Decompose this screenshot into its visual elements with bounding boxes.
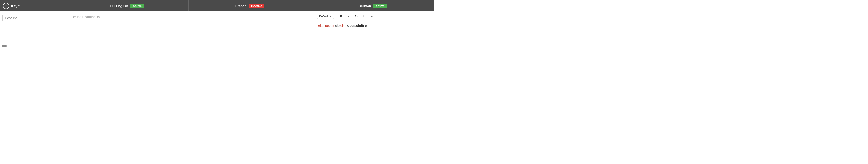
header-cell-key: + Key * bbox=[0, 0, 66, 11]
key-input[interactable] bbox=[2, 15, 45, 22]
drag-line-1 bbox=[2, 45, 6, 45]
header-row: + Key * UK English Active French Inactiv… bbox=[0, 0, 434, 11]
drag-line-2 bbox=[2, 46, 6, 47]
german-header-label: German bbox=[358, 4, 371, 8]
content-cell-german: Default ▼ B I X2 X2 ≡ ≣ Bitte geben Sie … bbox=[315, 11, 434, 82]
toolbar-divider-1 bbox=[336, 14, 336, 18]
subscript-button[interactable]: X2 bbox=[361, 13, 367, 19]
german-status-badge: Active bbox=[373, 4, 387, 8]
german-editor-content[interactable]: Bitte geben Sie eine Überschrift ein bbox=[315, 21, 434, 82]
bold-button[interactable]: B bbox=[338, 13, 344, 19]
uk-placeholder-before: Enter the bbox=[68, 15, 82, 19]
uk-header-label: UK English bbox=[110, 4, 128, 8]
header-cell-german: German Active bbox=[311, 0, 434, 11]
uk-status-badge: Active bbox=[130, 4, 144, 8]
drag-line-3 bbox=[2, 48, 6, 48]
main-container: + Key * UK English Active French Inactiv… bbox=[0, 0, 434, 82]
uk-placeholder-keyword: Headline bbox=[82, 15, 95, 19]
german-text-link2: eine bbox=[340, 24, 346, 28]
ordered-list-button[interactable]: ≣ bbox=[376, 13, 382, 19]
key-header-label: Key * bbox=[11, 4, 20, 8]
unordered-list-button[interactable]: ≡ bbox=[368, 13, 375, 19]
superscript-button[interactable]: X2 bbox=[353, 13, 360, 19]
style-select[interactable]: Default ▼ bbox=[317, 14, 334, 19]
german-text-space1: Sie bbox=[334, 24, 340, 28]
header-cell-uk: UK English Active bbox=[66, 0, 188, 11]
style-select-arrow: ▼ bbox=[329, 15, 332, 17]
french-empty-area bbox=[193, 15, 312, 78]
french-status-badge: Inactive bbox=[249, 4, 264, 8]
german-text-end: ein bbox=[364, 24, 369, 28]
content-cell-uk: Enter the Headline text bbox=[66, 11, 190, 82]
drag-handle[interactable] bbox=[2, 45, 6, 48]
italic-button[interactable]: I bbox=[345, 13, 352, 19]
german-editor: Default ▼ B I X2 X2 ≡ ≣ Bitte geben Sie … bbox=[315, 11, 434, 82]
content-cell-key bbox=[0, 11, 66, 82]
uk-placeholder-text: Enter the Headline text bbox=[68, 15, 187, 19]
content-cell-french bbox=[190, 11, 315, 82]
add-row-button[interactable]: + bbox=[3, 3, 9, 9]
editor-toolbar: Default ▼ B I X2 X2 ≡ ≣ bbox=[315, 11, 434, 21]
style-select-label: Default bbox=[319, 15, 329, 18]
german-text-link1: Bitte geben bbox=[318, 24, 334, 28]
header-cell-french: French Inactive bbox=[188, 0, 311, 11]
french-header-label: French bbox=[235, 4, 247, 8]
german-text-bold: Überschrift bbox=[347, 24, 364, 28]
german-text-container: Bitte geben Sie eine Überschrift ein bbox=[318, 24, 369, 28]
content-row: Enter the Headline text Default ▼ B I X2 bbox=[0, 11, 434, 82]
uk-placeholder-after: text bbox=[95, 15, 101, 19]
